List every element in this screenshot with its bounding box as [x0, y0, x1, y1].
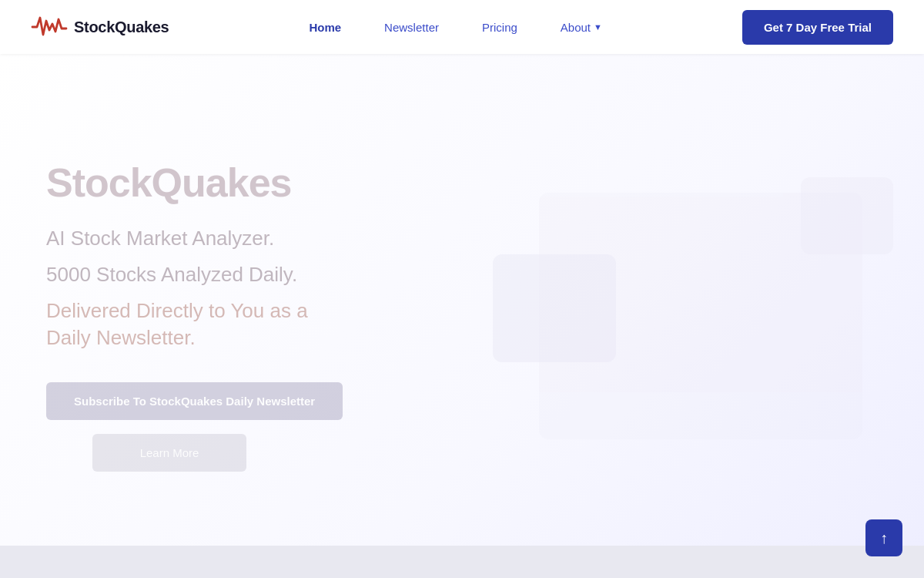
visual-card-small2: [801, 177, 893, 254]
logo-link[interactable]: StockQuakes: [31, 13, 169, 41]
nav-pricing[interactable]: Pricing: [460, 0, 539, 54]
hero-buttons: Subscribe To StockQuakes Daily Newslette…: [46, 382, 343, 472]
chevron-down-icon: ▼: [594, 22, 602, 32]
hero-description: Delivered Directly to You as aDaily News…: [46, 297, 343, 351]
hero-visual: [477, 131, 924, 501]
nav-home[interactable]: Home: [287, 0, 363, 54]
footer-bar: [0, 546, 924, 578]
hero-subtitle1: AI Stock Market Analyzer.: [46, 225, 343, 252]
scroll-to-top-button[interactable]: ↑: [865, 519, 902, 556]
logo-icon: [31, 13, 68, 41]
free-trial-button[interactable]: Get 7 Day Free Trial: [742, 10, 893, 45]
hero-title: StockQuakes: [46, 160, 343, 207]
nav-links: Home Newsletter Pricing About ▼: [287, 0, 624, 54]
hero-section: StockQuakes AI Stock Market Analyzer. 50…: [0, 54, 924, 578]
navbar: StockQuakes Home Newsletter Pricing Abou…: [0, 0, 924, 54]
nav-about[interactable]: About ▼: [539, 0, 624, 54]
hero-subtitle2: 5000 Stocks Analyzed Daily.: [46, 263, 343, 287]
nav-newsletter[interactable]: Newsletter: [363, 0, 460, 54]
brand-name: StockQuakes: [74, 18, 169, 36]
chevron-up-icon: ↑: [880, 529, 888, 547]
visual-card-small1: [493, 254, 616, 362]
subscribe-button[interactable]: Subscribe To StockQuakes Daily Newslette…: [46, 382, 343, 420]
learn-more-button[interactable]: Learn More: [92, 434, 246, 472]
hero-content: StockQuakes AI Stock Market Analyzer. 50…: [46, 160, 343, 472]
